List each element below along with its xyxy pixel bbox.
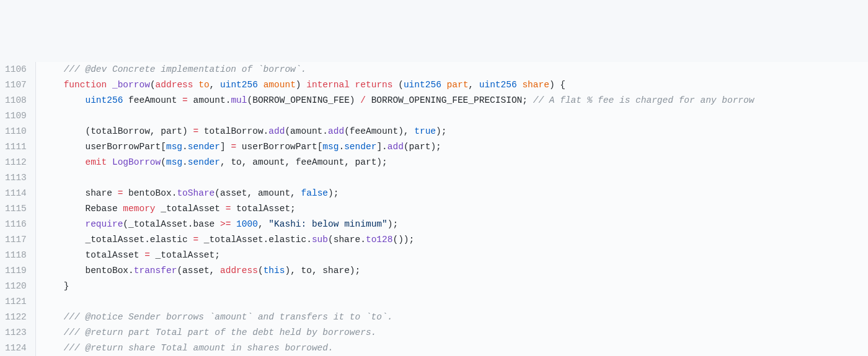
code-line: require(_totalAsset.base >= 1000, "Kashi… — [42, 217, 868, 232]
code-line — [42, 170, 868, 186]
line-number: 1120 — [5, 279, 27, 294]
token-sp — [42, 188, 86, 198]
line-number: 1122 — [5, 310, 27, 325]
line-number: 1106 — [5, 62, 27, 77]
token-builtin: sender — [188, 142, 220, 152]
code-line — [42, 108, 868, 124]
line-number: 1119 — [5, 263, 27, 279]
token-sp — [42, 95, 86, 105]
token-kw: = — [144, 250, 150, 260]
token-sp — [42, 312, 64, 322]
token-sp — [42, 204, 86, 214]
token-id: totalAsset; — [231, 204, 295, 214]
token-kw: = — [182, 95, 188, 105]
token-fn: to128 — [366, 235, 393, 245]
token-id: . — [339, 142, 344, 152]
token-id: , — [258, 219, 268, 229]
line-number: 1108 — [5, 93, 27, 108]
token-id: , — [210, 80, 220, 90]
line-number: 1118 — [5, 248, 27, 263]
token-id: , to, amount, feeAmount, part); — [220, 157, 388, 167]
token-id: Rebase — [85, 204, 123, 214]
code-line: (totalBorrow, part) = totalBorrow.add(am… — [42, 124, 868, 139]
token-id: bentoBox. — [85, 266, 133, 276]
token-id: share — [85, 188, 117, 198]
token-kw: / — [360, 95, 366, 105]
token-sp — [107, 80, 112, 90]
token-sp — [42, 281, 64, 291]
token-sp — [350, 80, 355, 90]
code-line: /// @notice Sender borrows `amount` and … — [42, 310, 868, 325]
token-cm: /// @dev Concrete implementation of `bor… — [64, 64, 307, 74]
token-sp — [42, 219, 86, 229]
token-fn: require — [85, 219, 123, 229]
token-id: bentoBox. — [123, 188, 177, 198]
token-param: to — [198, 80, 209, 90]
line-number: 1110 — [5, 124, 27, 139]
token-fn: sub — [312, 235, 328, 245]
token-sp — [42, 235, 86, 245]
token-kw: = — [193, 235, 198, 245]
token-kw: = — [231, 142, 236, 152]
token-id: totalBorrow. — [198, 126, 268, 136]
token-builtin: sender — [344, 142, 376, 152]
token-id: ); — [388, 219, 398, 229]
token-param: part — [447, 80, 469, 90]
token-sp — [258, 80, 264, 90]
token-id: userBorrowPart[ — [236, 142, 322, 152]
code-line: function _borrow(address to, uint256 amo… — [42, 77, 868, 93]
line-number: 1113 — [5, 170, 27, 186]
token-param: amount — [264, 80, 296, 90]
token-sp — [42, 126, 86, 136]
token-type: uint256 — [479, 80, 517, 90]
token-id: ); — [328, 188, 339, 198]
token-id: BORROW_OPENING_FEE_PRECISION; — [366, 95, 533, 105]
token-type: uint256 — [220, 80, 258, 90]
token-builtin: sender — [188, 157, 220, 167]
token-type: uint256 — [85, 95, 123, 105]
token-id: _totalAsset.elastic. — [198, 235, 312, 245]
code-line: /// @dev Concrete implementation of `bor… — [42, 62, 868, 77]
token-sp — [123, 95, 128, 105]
token-kw: function — [64, 80, 107, 90]
token-sp — [193, 80, 199, 90]
code-line: bentoBox.transfer(asset, address(this), … — [42, 263, 868, 279]
token-id: _totalAsset.elastic — [85, 235, 193, 245]
token-builtin: msg — [166, 157, 182, 167]
token-id: ( — [258, 266, 264, 276]
token-id: _totalAsset — [156, 204, 226, 214]
code-line: share = bentoBox.toShare(asset, amount, … — [42, 186, 868, 201]
token-sp — [107, 157, 112, 167]
token-sp — [42, 343, 64, 353]
token-cm: /// @notice Sender borrows `amount` and … — [64, 312, 393, 322]
line-number: 1117 — [5, 232, 27, 248]
token-builtin: msg — [166, 142, 182, 152]
token-sp — [42, 157, 86, 167]
code-line: userBorrowPart[msg.sender] = userBorrowP… — [42, 139, 868, 155]
token-kw: emit — [85, 157, 107, 167]
token-id: ( — [398, 80, 404, 90]
token-fn: add — [328, 126, 344, 136]
token-id: ), to, share); — [285, 266, 360, 276]
line-number: 1124 — [5, 341, 27, 356]
token-id: ] — [220, 142, 231, 152]
line-number: 1111 — [5, 139, 27, 155]
token-id: ( — [161, 157, 166, 167]
line-number: 1112 — [5, 155, 27, 170]
token-id: ()); — [392, 235, 414, 245]
token-id: feeAmount — [128, 95, 182, 105]
token-fn: add — [388, 142, 404, 152]
token-type: uint256 — [404, 80, 441, 90]
token-id: . — [182, 157, 188, 167]
token-builtin: msg — [322, 142, 339, 152]
token-id: ( — [150, 80, 156, 90]
token-id: ) — [296, 80, 306, 90]
token-kw: returns — [355, 80, 393, 90]
token-id: amount. — [188, 95, 231, 105]
code-line: uint256 feeAmount = amount.mul(BORROW_OP… — [42, 93, 868, 108]
token-id: ); — [436, 126, 446, 136]
token-fn: toShare — [177, 188, 215, 198]
code-line: } — [42, 279, 868, 294]
token-id: . — [182, 142, 188, 152]
token-sp — [42, 64, 64, 74]
